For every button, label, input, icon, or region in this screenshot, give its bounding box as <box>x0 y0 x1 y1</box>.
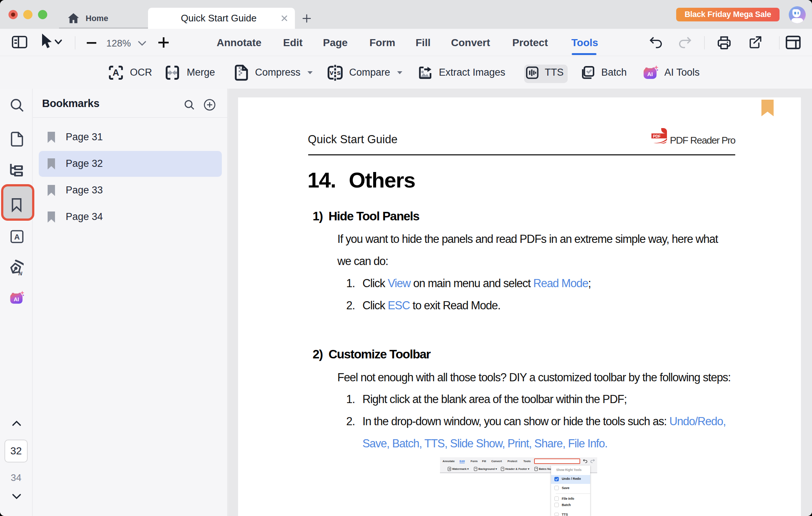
svg-text:PDF: PDF <box>653 134 661 138</box>
svg-text:A: A <box>14 233 20 241</box>
svg-text:s: s <box>337 69 341 76</box>
svg-text:A: A <box>113 68 119 78</box>
svg-text:AI: AI <box>647 71 653 77</box>
svg-text:N: N <box>18 271 23 276</box>
svg-text:AI: AI <box>14 296 19 302</box>
svg-text:v: v <box>330 69 334 76</box>
